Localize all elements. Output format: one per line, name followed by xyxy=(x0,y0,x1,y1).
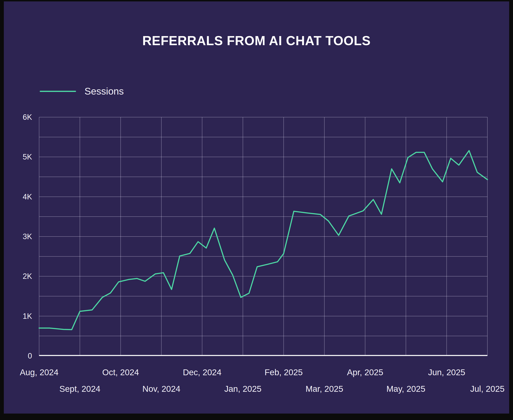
y-tick-label: 5K xyxy=(10,151,32,163)
chart-card: REFERRALS FROM AI CHAT TOOLS Sessions 6K… xyxy=(4,1,509,413)
x-tick-label: Mar, 2025 xyxy=(305,383,343,395)
chart-title: REFERRALS FROM AI CHAT TOOLS xyxy=(4,33,509,48)
sessions-series-line xyxy=(39,151,487,330)
legend-line-swatch xyxy=(40,91,76,92)
y-tick-label: 6K xyxy=(10,112,32,123)
y-tick-label: 1K xyxy=(10,310,32,322)
y-tick-label: 4K xyxy=(10,191,32,202)
x-tick-label: Jan, 2025 xyxy=(224,383,262,395)
x-tick-label: Apr, 2025 xyxy=(347,367,383,378)
y-tick-label: 2K xyxy=(10,270,32,282)
x-tick-label: May, 2025 xyxy=(386,383,425,395)
y-tick-label: 3K xyxy=(10,231,32,242)
x-tick-label: Oct, 2024 xyxy=(102,367,139,378)
x-tick-label: Sept, 2024 xyxy=(59,383,100,395)
legend-label: Sessions xyxy=(84,86,124,97)
y-tick-label: 0 xyxy=(10,350,32,361)
x-tick-label: Dec, 2024 xyxy=(183,367,221,378)
y-axis-labels: 6K5K4K3K2K1K0 xyxy=(10,1,32,413)
legend-item-sessions[interactable]: Sessions xyxy=(40,86,124,97)
x-tick-label: Jul, 2025 xyxy=(470,383,505,395)
x-tick-label: Jun, 2025 xyxy=(428,367,465,378)
x-tick-label: Nov, 2024 xyxy=(142,383,180,395)
screenshot-frame: REFERRALS FROM AI CHAT TOOLS Sessions 6K… xyxy=(0,0,513,420)
x-tick-label: Feb, 2025 xyxy=(264,367,303,378)
sessions-line-chart[interactable] xyxy=(39,117,487,356)
